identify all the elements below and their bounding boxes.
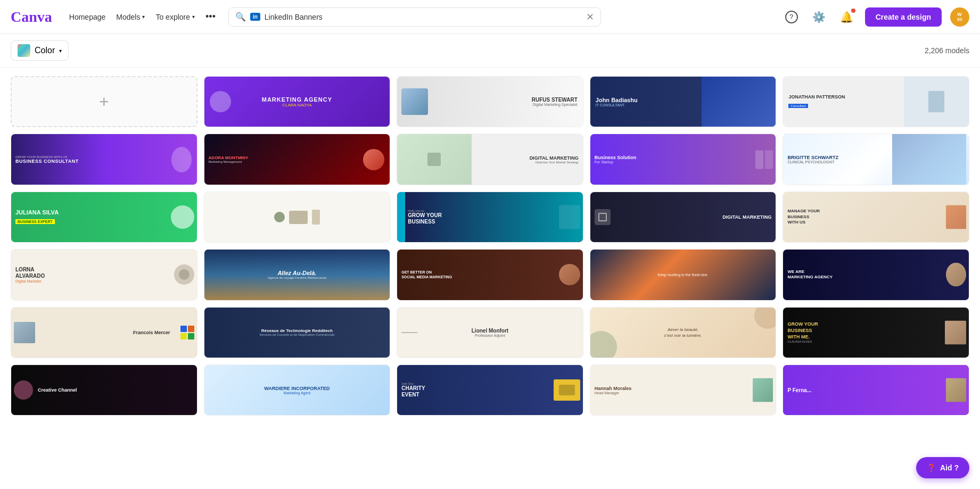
card-preview: ADORA MONTMINY Marketing Management [204,134,390,184]
card-title: Creative Channel [38,387,77,393]
template-card[interactable]: MANAGE YOURBUSINESSWITH US [783,192,969,243]
color-filter-label: Color [35,46,55,55]
card-preview: Keep hustling to the finish line. [590,250,776,300]
card-title: RUFUS STEWART [532,97,578,103]
template-card[interactable]: Keep hustling to the finish line. [590,249,777,300]
template-card[interactable]: John Badiashu IT CONSULTANT [590,76,777,127]
card-title: BRIGITTE SCHWARTZ [787,155,838,160]
card-title: Business Solution [595,155,637,160]
template-card[interactable]: MARKETING AGENCY CLARA NADYA [204,76,391,127]
nav-models[interactable]: Models ▾ [112,11,149,23]
gear-icon: ⚙️ [812,11,826,23]
card-preview: Allez Au-Delà. Agence de voyage frontièr… [204,250,390,300]
create-design-button[interactable]: Create a design [865,7,942,27]
template-card[interactable]: DIGITAL MARKETING [590,192,777,243]
card-title: JONATHAN PATTERSON [788,94,845,100]
card-title: DIGITAL MARKETING [530,155,579,161]
add-icon: + [99,92,109,112]
card-title: JULIANA SILVA [15,209,59,216]
template-card[interactable]: Réseaux de Technologie Redditech Service… [204,307,391,358]
card-title: BUSINESS CONSULTANT [15,159,79,164]
card-subtitle: Digital Marketer [15,279,45,283]
card-preview: LORNAALVARADO Digital Marketer [11,250,197,300]
card-preview: BRIGITTE SCHWARTZ CLINICAL PSYCHOLOGIST [783,134,969,184]
card-preview: Help you to GROW YOURBUSINESS [397,192,583,242]
card-preview: GROW YOURBUSINESSWITH ME. CLAUDIA ALVES [783,308,969,358]
aid-button[interactable]: ❓ Aid ? [916,457,969,478]
template-card[interactable]: WE AREMARKETING AGENCY [783,249,969,300]
search-icon: 🔍 [235,12,246,22]
toolbar: Color ▾ 2,206 models [0,34,980,68]
nav-explore[interactable]: To explore ▾ [151,11,199,23]
template-grid: + MARKETING AGENCY CLARA NADYA RUFUS STE… [11,76,969,416]
aid-icon: ❓ [927,463,936,472]
template-card[interactable]: P Ferna... [783,364,969,416]
settings-button[interactable]: ⚙️ [810,7,829,27]
card-preview [204,192,390,242]
card-preview: JULIANA SILVA BUSINESS EXPERT [11,192,197,242]
card-preview: GET BETTER ONSOCIAL MEDIA MARKETING [397,250,583,300]
add-new-card[interactable]: + [11,76,197,127]
template-card[interactable]: Allez Au-Delà. Agence de voyage frontièr… [204,249,391,300]
card-title: Hannah Morales [595,386,632,391]
template-card[interactable]: GET BETTER ONSOCIAL MEDIA MARKETING [397,249,583,300]
notifications-button[interactable]: 🔔 [837,7,857,27]
template-card[interactable]: Help you to GROW YOURBUSINESS [397,192,583,243]
avatar[interactable]: WED [950,7,969,27]
card-preview: John Badiashu IT CONSULTANT [590,77,776,127]
card-title: Lionel Monfort [472,328,508,334]
card-subtitle: Agence de voyage frontière Méditerranée [204,276,390,279]
template-card[interactable]: GROW YOURBUSINESSWITH ME. CLAUDIA ALVES [783,307,969,358]
template-card[interactable]: BRIGITTE SCHWARTZ CLINICAL PSYCHOLOGIST [783,134,969,185]
card-subtitle: CLAUDIA ALVES [787,340,818,343]
template-card[interactable]: JONATHAN PATTERSON Consultant [783,76,969,127]
card-title: MARKETING AGENCY [262,96,332,103]
nav-homepage[interactable]: Homepage [65,11,110,23]
card-title: Francois Mercer [133,330,170,335]
template-card[interactable]: ADORA MONTMINY Marketing Management [204,134,391,185]
card-title: Réseaux de Technologie Redditech [213,328,381,333]
search-input[interactable] [265,13,582,21]
template-card[interactable]: LORNAALVARADO Digital Marketer [11,249,197,300]
card-subtitle: CLARA NADYA [262,103,332,107]
color-filter-button[interactable]: Color ▾ [11,40,69,61]
card-title: GROW YOURBUSINESSWITH ME. [787,321,818,340]
card-subtitle: Digital Marketing Specialist [532,103,578,106]
template-grid-container: + MARKETING AGENCY CLARA NADYA RUFUS STE… [0,68,980,489]
card-subtitle: Marketing Agent [264,391,330,395]
nav-more-button[interactable]: ••• [201,9,220,24]
card-badge: BUSINESS EXPERT [15,219,55,224]
card-title: CHARITYEVENT [401,385,425,398]
canva-logo[interactable]: Canva [11,9,52,26]
main-nav: Homepage Models ▾ To explore ▾ ••• [65,9,220,24]
template-card[interactable]: Business Solution For Startup [590,134,777,185]
notification-dot [851,9,855,13]
clear-search-button[interactable]: ✕ [586,11,594,23]
main-header: Canva Homepage Models ▾ To explore ▾ •••… [0,0,980,34]
template-card[interactable]: Lionel Monfort Professeur Adjoint [397,307,583,358]
template-card[interactable]: RUFUS STEWART Digital Marketing Speciali… [397,76,583,127]
card-title: ADORA MONTMINY [209,155,249,160]
template-card[interactable] [204,192,391,243]
card-preview: Lionel Monfort Professeur Adjoint [397,308,583,358]
template-card[interactable]: WARDIERE INCORPORATED Marketing Agent [204,364,391,416]
template-card[interactable]: DIGITAL MARKETING Optimize Your Market S… [397,134,583,185]
card-title: WE AREMARKETING AGENCY [787,269,833,280]
template-card[interactable]: JULIANA SILVA BUSINESS EXPERT [11,192,197,243]
help-button[interactable]: ? [782,7,801,27]
card-preview: MANAGE YOURBUSINESSWITH US [783,192,969,242]
template-card[interactable]: Join Our CHARITYEVENT [397,364,583,416]
avatar-initials: WED [957,12,962,22]
template-card[interactable]: GROW YOUR BUSINESS WITH US BUSINESS CONS… [11,134,197,185]
card-subtitle: Marketing Management [209,160,249,163]
template-card[interactable]: Creative Channel [11,364,197,416]
template-card[interactable]: Hannah Morales Head Manager [590,364,777,416]
card-preview: DIGITAL MARKETING [590,192,776,242]
search-bar: 🔍 in ✕ [228,7,601,27]
card-title: GROW YOURBUSINESS [408,212,442,225]
template-card[interactable]: Francois Mercer [11,307,197,358]
card-preview: Join Our CHARITYEVENT [397,365,583,415]
card-subtitle: CLINICAL PSYCHOLOGIST [787,160,838,164]
template-card[interactable]: Aimer la beauté,c'est voir la lumière. [590,307,777,358]
card-preview: JONATHAN PATTERSON Consultant [783,77,969,127]
